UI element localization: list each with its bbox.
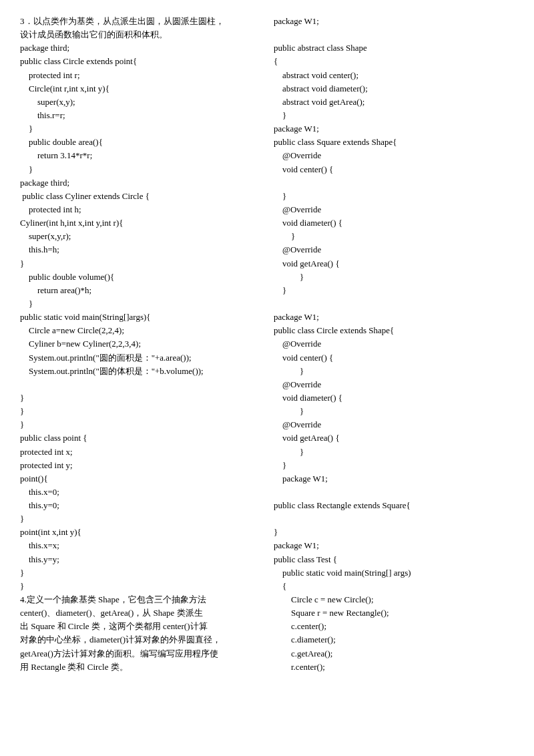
right-column: package W1; public abstract class Shape … [274,15,514,741]
right-code-block: package W1; public abstract class Shape … [274,15,514,674]
left-column: 3．以点类作为基类，从点派生出圆，从圆派生圆柱， 设计成员函数输出它们的面积和体… [20,15,260,741]
document-page: 3．以点类作为基类，从点派生出圆，从圆派生圆柱， 设计成员函数输出它们的面积和体… [0,0,534,756]
left-code-block: 3．以点类作为基类，从点派生出圆，从圆派生圆柱， 设计成员函数输出它们的面积和体… [20,15,260,674]
